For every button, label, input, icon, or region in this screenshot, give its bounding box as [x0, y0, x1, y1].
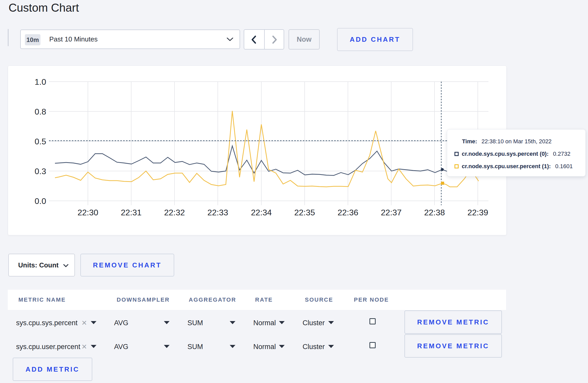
svg-text:22:33: 22:33 [207, 208, 228, 217]
svg-text:0.5: 0.5 [35, 137, 46, 146]
svg-text:0.3: 0.3 [35, 167, 46, 176]
svg-text:22:38: 22:38 [424, 208, 445, 217]
svg-text:22:30: 22:30 [78, 208, 98, 217]
svg-text:0.8: 0.8 [35, 107, 46, 116]
svg-text:1.0: 1.0 [35, 77, 46, 87]
svg-text:22:36: 22:36 [338, 208, 358, 217]
svg-text:22:39: 22:39 [467, 208, 488, 217]
svg-text:22:34: 22:34 [251, 208, 272, 217]
svg-text:22:31: 22:31 [121, 208, 142, 217]
svg-text:22:32: 22:32 [164, 208, 185, 217]
svg-text:0.0: 0.0 [35, 196, 46, 206]
svg-text:22:37: 22:37 [381, 208, 402, 217]
svg-text:22:35: 22:35 [294, 208, 315, 217]
